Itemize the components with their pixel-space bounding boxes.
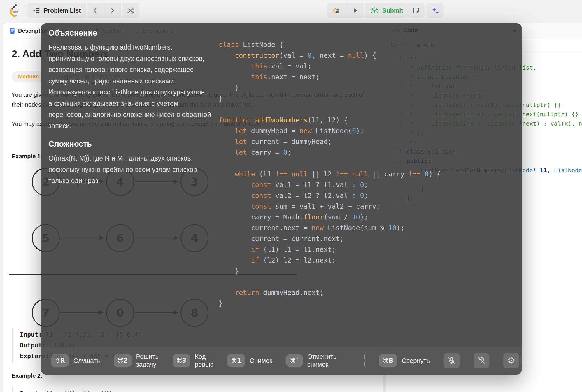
submit-label: Submit: [382, 7, 403, 14]
listen-label: Слушать: [73, 357, 100, 365]
debug-lock-icon: [332, 7, 340, 15]
ear-off-icon: [477, 356, 486, 365]
code-line: }: [219, 300, 441, 310]
code-line: let carry = 0;: [219, 149, 441, 159]
prev-problem-button[interactable]: [86, 3, 104, 18]
example-2-label: Example 2:: [12, 372, 43, 379]
code-line: const val1 = l1 ? l1.val : 0;: [219, 181, 441, 192]
collapse-label: Свернуть: [402, 357, 430, 365]
problem-list-label: Problem List: [44, 7, 81, 14]
overlay-code-snippet: class ListNode { constructor(val = 0, ne…: [219, 41, 441, 310]
ai-assistant-overlay: Объяснение Реализовать функцию addTwoNum…: [41, 23, 522, 375]
code-line: const val2 = l2 ? l2.val : 0;: [219, 192, 441, 203]
toolbar-divider: [364, 353, 365, 368]
chevron-left-icon: [92, 7, 98, 14]
code-line: if (l1) l1 = l1.next;: [219, 246, 441, 256]
cloud-upload-icon: [370, 6, 379, 15]
difficulty-badge[interactable]: Medium: [12, 71, 45, 82]
input-label: Input:: [20, 331, 42, 338]
snapshot-shortcut: ⌘1: [227, 354, 245, 367]
code-line: this.next = next;: [219, 73, 441, 84]
sparkles-icon: [431, 6, 439, 15]
code-line: }: [219, 84, 441, 95]
input-value: l1 = [0], l2 = [0]: [46, 390, 112, 392]
top-toolbar: Problem List: [0, 0, 582, 21]
example-2-block: Input: l1 = [0], l2 = [0]: [12, 387, 112, 392]
shuffle-icon: [127, 7, 134, 14]
code-line: [219, 278, 441, 289]
cancel-snapshot-label: Отменить снимок: [307, 353, 337, 368]
run-button[interactable]: [346, 3, 364, 18]
explanation-title: Объяснение: [48, 29, 212, 38]
play-icon: [351, 7, 359, 14]
snapshot-button[interactable]: ⌘1 Снимок: [227, 354, 272, 367]
cancel-snapshot-shortcut: ⌘`: [286, 354, 303, 367]
complexity-title: Сложность: [48, 140, 212, 149]
mic-off-icon: [447, 356, 456, 365]
problem-list-button[interactable]: Problem List: [27, 3, 86, 18]
code-line: function addTwoNumbers(l1, l2) {: [219, 116, 441, 127]
settings-button[interactable]: ⚙: [503, 353, 519, 368]
description-icon: [9, 27, 15, 34]
listen-button[interactable]: ⇧R Слушать: [51, 354, 100, 367]
code-line: current.next = new ListNode(sum % 10);: [219, 224, 441, 235]
collapse-button[interactable]: ⌘B Свернуть: [379, 354, 430, 367]
explanation-text: Реализовать функцию addTwoNumbers, прини…: [48, 42, 212, 131]
notes-button[interactable]: [408, 3, 425, 18]
complexity-text: O(max(N, M)), где N и M - длины двух спи…: [48, 153, 212, 187]
solve-shortcut: ⌘2: [114, 354, 131, 367]
ai-assistant-button[interactable]: [426, 3, 444, 18]
solve-button[interactable]: ⌘2 Решить задачу: [114, 353, 159, 368]
next-problem-button[interactable]: [104, 3, 121, 18]
overlay-explanation-column: Объяснение Реализовать функцию addTwoNum…: [48, 29, 212, 195]
code-line: const sum = val1 + val2 + carry;: [219, 203, 441, 213]
code-line: return dummyHead.next;: [219, 289, 441, 300]
code-line: }: [219, 267, 441, 278]
code-line: while (l1 !== null || l2 !== null || car…: [219, 170, 441, 181]
collapse-shortcut: ⌘B: [379, 354, 397, 367]
code-line: if (l2) l2 = l2.next;: [219, 256, 441, 267]
problem-list-icon: [33, 7, 40, 14]
code-review-button[interactable]: ⌘3 Код-ревью: [173, 353, 213, 368]
listening-off-button[interactable]: [474, 353, 489, 368]
chevron-right-icon: [109, 7, 116, 14]
input-label: Input:: [20, 390, 42, 392]
run-submit-group: Submit: [327, 3, 408, 18]
code-line: carry = Math.floor(sum / 10);: [219, 213, 441, 224]
example-1-label: Example 1:: [12, 153, 43, 160]
code-line: }: [219, 95, 441, 106]
microphone-off-button[interactable]: [444, 353, 460, 368]
note-icon: [412, 7, 420, 14]
code-line: current = current.next;: [219, 235, 441, 246]
leetcode-logo[interactable]: [8, 4, 20, 17]
code-line: this.val = val;: [219, 62, 441, 73]
code-line: let current = dummyHead;: [219, 138, 441, 149]
gear-icon: ⚙: [507, 356, 515, 365]
code-review-shortcut: ⌘3: [173, 354, 190, 367]
solve-label: Решить задачу: [136, 353, 159, 368]
submit-button[interactable]: Submit: [364, 3, 408, 18]
code-review-label: Код-ревью: [195, 353, 213, 368]
random-problem-button[interactable]: [121, 3, 139, 18]
code-line: class ListNode {: [219, 41, 441, 52]
code-line: let dummyHead = new ListNode(0);: [219, 127, 441, 138]
overlay-toolbar: ⇧R Слушать ⌘2 Решить задачу ⌘3 Код-ревью…: [41, 347, 522, 375]
toolbar-divider: [24, 6, 24, 15]
debug-button[interactable]: [327, 3, 346, 18]
cancel-snapshot-button[interactable]: ⌘` Отменить снимок: [286, 353, 337, 368]
code-line: [219, 106, 441, 116]
listen-shortcut: ⇧R: [51, 354, 69, 367]
problem-nav-group: Problem List: [27, 3, 139, 18]
code-line: [219, 159, 441, 170]
code-line: constructor(val = 0, next = null) {: [219, 52, 441, 62]
snapshot-label: Снимок: [250, 357, 272, 365]
